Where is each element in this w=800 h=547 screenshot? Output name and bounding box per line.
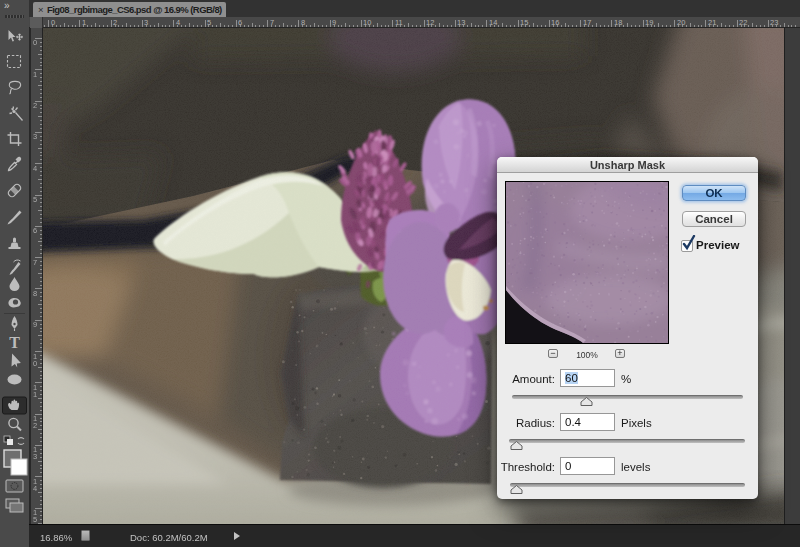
svg-text:T: T — [9, 334, 20, 351]
